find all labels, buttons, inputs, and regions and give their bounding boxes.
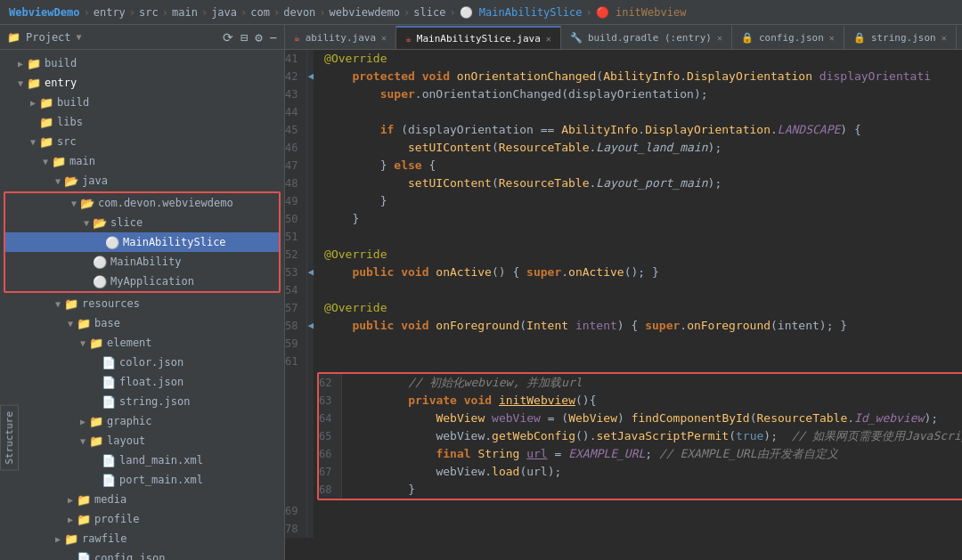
sync-icon[interactable]: ⟳ (223, 30, 233, 45)
code-line-61: 61 (285, 353, 962, 370)
project-sidebar: 📁 Project ▼ ⟳ ⊟ ⚙ − ▶ 📁 build ▼ (0, 25, 285, 560)
breadcrumb-item[interactable]: src (139, 6, 159, 19)
sidebar-title: Project (26, 31, 71, 44)
code-line-49: 49 } (285, 192, 962, 210)
code-line-65: 65 webView.getWebConfig().setJavaScriptP… (319, 427, 962, 445)
tree-item-package[interactable]: ▼ 📂 com.devon.webviewdemo (5, 193, 279, 213)
tree-item-resources[interactable]: ▼ 📁 resources (0, 294, 284, 313)
tree-item-media[interactable]: ▶ 📁 media (0, 490, 284, 509)
tree-item-string-json[interactable]: 📄 string.json (0, 392, 284, 411)
tree-item-main-ability[interactable]: ⚪ MainAbility (5, 252, 279, 272)
tab-close-main-ability-slice[interactable]: ✕ (546, 34, 551, 44)
code-line-46: 46 setUIContent(ResourceTable.Layout_lan… (285, 139, 962, 157)
package-highlight-box: ▼ 📂 com.devon.webviewdemo ▼ 📂 slice ⚪ Ma… (4, 191, 281, 293)
code-line-59: 59 (285, 335, 962, 353)
breadcrumb-item[interactable]: webviewdemo (330, 6, 400, 19)
tree-item-libs[interactable]: 📁 libs (0, 112, 284, 132)
tree-item-graphic[interactable]: ▶ 📁 graphic (0, 411, 284, 431)
tree-item-rawfile[interactable]: ▶ 📁 rawfile (0, 529, 284, 548)
code-line-51: 51 (285, 228, 962, 246)
breadcrumb-item[interactable]: entry (94, 6, 126, 19)
breadcrumb-item[interactable]: devon (283, 6, 315, 19)
tree-item-main[interactable]: ▼ 📁 main (0, 151, 284, 171)
code-highlight-start: 62 // 初始化webview, 并加载url 63 private void… (285, 370, 962, 502)
tab-ability[interactable]: ☕ ability.java ✕ (285, 26, 396, 49)
breadcrumb-item[interactable]: 🔴 initWebview (596, 6, 687, 19)
code-line-57: 57 @Override (285, 299, 962, 317)
tab-main-ability-slice[interactable]: ☕ MainAbilitySlice.java ✕ (396, 26, 561, 49)
code-line-63: 63 private void initWebview(){ (319, 392, 962, 410)
settings-icon[interactable]: ⚙ (255, 30, 262, 45)
breadcrumb-item[interactable]: ⚪ MainAbilitySlice (460, 6, 583, 19)
code-line-52: 52 @Override (285, 246, 962, 264)
tab-config-json[interactable]: 🔒 config.json ✕ (732, 26, 844, 49)
tree-item-float-json[interactable]: 📄 float.json (0, 372, 284, 392)
tab-build-gradle[interactable]: 🔧 build.gradle (:entry) ✕ (561, 26, 732, 49)
code-line-50: 50 } (285, 210, 962, 228)
tree-item-build[interactable]: ▶ 📁 build (0, 53, 284, 73)
tree-item-profile[interactable]: ▶ 📁 profile (0, 509, 284, 529)
tab-close-build-gradle[interactable]: ✕ (717, 33, 722, 43)
code-line-44: 44 (285, 103, 962, 121)
code-table: 41 @Override 42 ◀ protected void onOrien… (285, 50, 962, 538)
breadcrumb-item[interactable]: main (172, 6, 198, 19)
tab-bar: ☕ ability.java ✕ ☕ MainAbilitySlice.java… (285, 25, 962, 50)
code-editor[interactable]: 41 @Override 42 ◀ protected void onOrien… (285, 50, 962, 560)
minus-icon[interactable]: − (270, 30, 277, 45)
breadcrumb-item[interactable]: java (211, 6, 237, 19)
tree-item-color-json[interactable]: 📄 color.json (0, 353, 284, 372)
code-line-62: 62 // 初始化webview, 并加载url (319, 374, 962, 392)
collapse-icon[interactable]: ⊟ (240, 30, 248, 45)
tree-item-java[interactable]: ▼ 📂 java (0, 171, 284, 191)
code-line-67: 67 webView.load(url); (319, 463, 962, 481)
tab-land-main-xml[interactable]: 📄 land_main.xml ✕ ⊠ (957, 26, 962, 49)
tree-item-main-ability-slice[interactable]: ⚪ MainAbilitySlice (5, 232, 279, 252)
structure-tab[interactable]: Structure (0, 405, 19, 471)
tree-item-element[interactable]: ▼ 📁 element (0, 333, 284, 353)
tree-item-land-main-xml[interactable]: 📄 land_main.xml (0, 450, 284, 470)
tree-item-base[interactable]: ▼ 📁 base (0, 313, 284, 333)
breadcrumb-item[interactable]: slice (413, 6, 445, 19)
sidebar-header: 📁 Project ▼ ⟳ ⊟ ⚙ − (0, 25, 284, 50)
tree-item-entry[interactable]: ▼ 📁 entry (0, 73, 284, 93)
tree-item-slice[interactable]: ▼ 📂 slice (5, 213, 279, 232)
tree-item-port-main-xml[interactable]: 📄 port_main.xml (0, 470, 284, 490)
folder-icon: 📁 (7, 31, 20, 44)
code-line-66: 66 final String url = EXAMPLE_URL; // EX… (319, 445, 962, 463)
code-line-53: 53 ◀ public void onActive() { super.onAc… (285, 264, 962, 281)
code-line-68: 68 } (319, 481, 962, 499)
tab-string-json[interactable]: 🔒 string.json ✕ (844, 26, 957, 49)
code-line-47: 47 } else { (285, 157, 962, 174)
tree-item-config-json[interactable]: 📄 config.json (0, 548, 284, 560)
breadcrumb-bar: WebviewDemo › entry › src › main › java … (0, 0, 962, 25)
tree-item-src[interactable]: ▼ 📁 src (0, 132, 284, 151)
code-line-43: 43 super.onOrientationChanged(displayOri… (285, 85, 962, 103)
tree-item-my-application[interactable]: ⚪ MyApplication (5, 272, 279, 291)
code-line-48: 48 setUIContent(ResourceTable.Layout_por… (285, 174, 962, 192)
tab-close-string-json[interactable]: ✕ (942, 33, 947, 43)
tree-item-entry-build[interactable]: ▶ 📁 build (0, 93, 284, 112)
tab-close-ability[interactable]: ✕ (381, 33, 387, 43)
code-line-69: 69 (285, 502, 962, 520)
tree-item-layout[interactable]: ▼ 📁 layout (0, 431, 284, 450)
code-line-54: 54 (285, 281, 962, 299)
code-line-42: 42 ◀ protected void onOrientationChanged… (285, 68, 962, 85)
code-line-78: 78 (285, 520, 962, 538)
editor-area: ☕ ability.java ✕ ☕ MainAbilitySlice.java… (285, 25, 962, 560)
breadcrumb-item[interactable]: WebviewDemo (9, 6, 79, 19)
code-line-64: 64 WebView webView = (WebView) findCompo… (319, 410, 962, 427)
code-line-41: 41 @Override (285, 50, 962, 68)
code-line-45: 45 if (displayOrientation == AbilityInfo… (285, 121, 962, 139)
breadcrumb-item[interactable]: com (250, 6, 270, 19)
file-tree: ▶ 📁 build ▼ 📁 entry ▶ 📁 build (0, 50, 284, 560)
code-line-58: 58 ◀ public void onForeground(Intent int… (285, 317, 962, 335)
tab-close-config-json[interactable]: ✕ (829, 33, 835, 43)
dropdown-icon[interactable]: ▼ (77, 32, 82, 42)
